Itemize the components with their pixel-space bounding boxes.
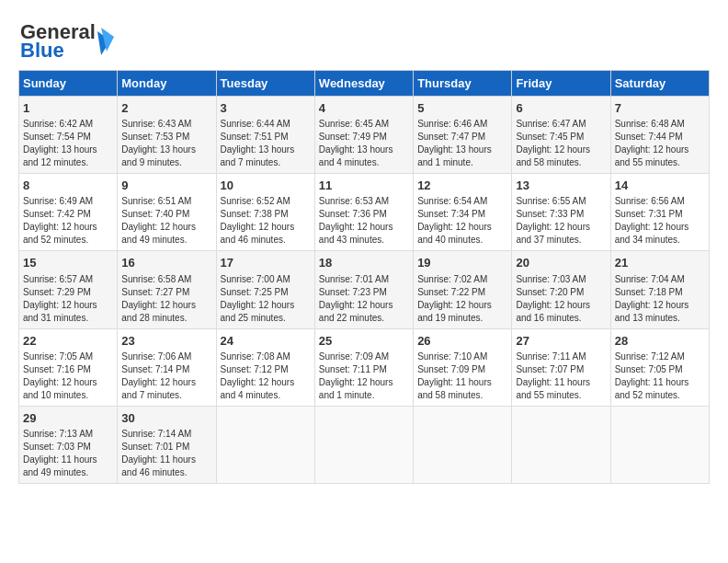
day-number: 24: [221, 333, 311, 350]
day-info: Sunrise: 6:53 AM Sunset: 7:36 PM Dayligh…: [319, 195, 409, 247]
calendar-cell: 6Sunrise: 6:47 AM Sunset: 7:45 PM Daylig…: [512, 97, 610, 174]
day-info: Sunrise: 6:52 AM Sunset: 7:38 PM Dayligh…: [221, 195, 311, 247]
day-info: Sunrise: 6:58 AM Sunset: 7:27 PM Dayligh…: [121, 273, 211, 325]
calendar-cell: 27Sunrise: 7:11 AM Sunset: 7:07 PM Dayli…: [512, 328, 610, 406]
day-info: Sunrise: 6:48 AM Sunset: 7:44 PM Dayligh…: [615, 118, 705, 169]
calendar-cell: 3Sunrise: 6:44 AM Sunset: 7:51 PM Daylig…: [216, 97, 314, 174]
day-number: 11: [319, 178, 409, 194]
calendar-cell: 22Sunrise: 7:05 AM Sunset: 7:16 PM Dayli…: [19, 328, 118, 406]
column-header-sunday: Sunday: [19, 71, 118, 97]
calendar-week-row: 15Sunrise: 6:57 AM Sunset: 7:29 PM Dayli…: [19, 251, 710, 328]
day-info: Sunrise: 7:14 AM Sunset: 7:01 PM Dayligh…: [121, 428, 211, 479]
calendar-cell: 29Sunrise: 7:13 AM Sunset: 7:03 PM Dayli…: [19, 406, 118, 483]
calendar-cell: [512, 406, 610, 483]
day-number: 9: [121, 178, 211, 194]
day-info: Sunrise: 7:01 AM Sunset: 7:23 PM Dayligh…: [319, 273, 409, 325]
calendar-cell: 1Sunrise: 6:42 AM Sunset: 7:54 PM Daylig…: [19, 97, 118, 174]
day-number: 12: [417, 178, 507, 194]
day-number: 27: [516, 333, 606, 350]
calendar-cell: [610, 406, 709, 483]
day-number: 15: [23, 255, 113, 271]
day-info: Sunrise: 6:55 AM Sunset: 7:33 PM Dayligh…: [516, 195, 606, 247]
calendar-cell: 13Sunrise: 6:55 AM Sunset: 7:33 PM Dayli…: [512, 174, 610, 251]
column-header-saturday: Saturday: [610, 71, 709, 97]
calendar-cell: 8Sunrise: 6:49 AM Sunset: 7:42 PM Daylig…: [19, 174, 118, 251]
day-number: 4: [319, 100, 409, 117]
day-number: 18: [319, 255, 409, 271]
day-number: 25: [319, 333, 409, 350]
day-number: 8: [23, 178, 113, 194]
calendar-cell: 30Sunrise: 7:14 AM Sunset: 7:01 PM Dayli…: [118, 406, 216, 483]
day-number: 13: [516, 178, 606, 194]
day-number: 26: [417, 333, 507, 350]
day-number: 7: [615, 100, 705, 117]
calendar-week-row: 8Sunrise: 6:49 AM Sunset: 7:42 PM Daylig…: [19, 174, 710, 251]
day-number: 3: [221, 100, 311, 117]
day-info: Sunrise: 7:10 AM Sunset: 7:09 PM Dayligh…: [417, 350, 507, 402]
calendar-cell: 5Sunrise: 6:46 AM Sunset: 7:47 PM Daylig…: [414, 97, 512, 174]
calendar-cell: 7Sunrise: 6:48 AM Sunset: 7:44 PM Daylig…: [610, 97, 709, 174]
day-info: Sunrise: 7:03 AM Sunset: 7:20 PM Dayligh…: [516, 273, 606, 325]
calendar-cell: 28Sunrise: 7:12 AM Sunset: 7:05 PM Dayli…: [610, 328, 709, 406]
calendar-cell: 18Sunrise: 7:01 AM Sunset: 7:23 PM Dayli…: [314, 251, 413, 328]
day-info: Sunrise: 7:11 AM Sunset: 7:07 PM Dayligh…: [516, 350, 606, 402]
calendar-cell: [314, 406, 413, 483]
page: General Blue SundayMondayTuesdayWednesda…: [0, 0, 728, 493]
calendar-week-row: 22Sunrise: 7:05 AM Sunset: 7:16 PM Dayli…: [19, 328, 710, 406]
calendar-body: 1Sunrise: 6:42 AM Sunset: 7:54 PM Daylig…: [19, 97, 710, 484]
day-number: 5: [417, 100, 507, 117]
day-info: Sunrise: 6:49 AM Sunset: 7:42 PM Dayligh…: [23, 195, 113, 247]
day-number: 14: [615, 178, 705, 194]
day-info: Sunrise: 6:45 AM Sunset: 7:49 PM Dayligh…: [319, 118, 409, 169]
calendar-cell: 15Sunrise: 6:57 AM Sunset: 7:29 PM Dayli…: [19, 251, 118, 328]
calendar-cell: 21Sunrise: 7:04 AM Sunset: 7:18 PM Dayli…: [610, 251, 709, 328]
calendar-header-row: SundayMondayTuesdayWednesdayThursdayFrid…: [19, 71, 710, 97]
day-number: 29: [23, 410, 113, 427]
day-info: Sunrise: 6:46 AM Sunset: 7:47 PM Dayligh…: [417, 118, 507, 169]
calendar-cell: 9Sunrise: 6:51 AM Sunset: 7:40 PM Daylig…: [118, 174, 216, 251]
day-info: Sunrise: 6:44 AM Sunset: 7:51 PM Dayligh…: [221, 118, 311, 169]
calendar-cell: [216, 406, 314, 483]
day-number: 21: [615, 255, 705, 271]
column-header-thursday: Thursday: [414, 71, 512, 97]
day-info: Sunrise: 7:13 AM Sunset: 7:03 PM Dayligh…: [23, 428, 113, 479]
day-info: Sunrise: 6:47 AM Sunset: 7:45 PM Dayligh…: [516, 118, 606, 169]
day-number: 23: [121, 333, 211, 350]
day-info: Sunrise: 7:05 AM Sunset: 7:16 PM Dayligh…: [23, 350, 113, 402]
day-number: 20: [516, 255, 606, 271]
day-info: Sunrise: 6:57 AM Sunset: 7:29 PM Dayligh…: [23, 273, 113, 325]
calendar-cell: 25Sunrise: 7:09 AM Sunset: 7:11 PM Dayli…: [314, 328, 413, 406]
calendar-cell: 10Sunrise: 6:52 AM Sunset: 7:38 PM Dayli…: [216, 174, 314, 251]
day-info: Sunrise: 7:12 AM Sunset: 7:05 PM Dayligh…: [615, 350, 705, 402]
calendar-week-row: 1Sunrise: 6:42 AM Sunset: 7:54 PM Daylig…: [19, 97, 710, 174]
day-info: Sunrise: 6:43 AM Sunset: 7:53 PM Dayligh…: [121, 118, 211, 169]
calendar-cell: 11Sunrise: 6:53 AM Sunset: 7:36 PM Dayli…: [314, 174, 413, 251]
day-info: Sunrise: 6:56 AM Sunset: 7:31 PM Dayligh…: [615, 195, 705, 247]
calendar-cell: 24Sunrise: 7:08 AM Sunset: 7:12 PM Dayli…: [216, 328, 314, 406]
day-number: 6: [516, 100, 606, 117]
calendar-cell: 26Sunrise: 7:10 AM Sunset: 7:09 PM Dayli…: [414, 328, 512, 406]
calendar-cell: 2Sunrise: 6:43 AM Sunset: 7:53 PM Daylig…: [118, 97, 216, 174]
day-number: 2: [121, 100, 211, 117]
day-number: 10: [221, 178, 311, 194]
day-info: Sunrise: 7:02 AM Sunset: 7:22 PM Dayligh…: [417, 273, 507, 325]
column-header-tuesday: Tuesday: [216, 71, 314, 97]
day-number: 22: [23, 333, 113, 350]
column-header-monday: Monday: [118, 71, 216, 97]
column-header-wednesday: Wednesday: [314, 71, 413, 97]
logo: General Blue: [18, 15, 119, 61]
logo-svg: General Blue: [18, 15, 119, 61]
svg-text:Blue: Blue: [20, 39, 64, 61]
calendar-cell: 20Sunrise: 7:03 AM Sunset: 7:20 PM Dayli…: [512, 251, 610, 328]
day-number: 16: [121, 255, 211, 271]
calendar-cell: 17Sunrise: 7:00 AM Sunset: 7:25 PM Dayli…: [216, 251, 314, 328]
day-number: 1: [23, 100, 113, 117]
day-info: Sunrise: 6:42 AM Sunset: 7:54 PM Dayligh…: [23, 118, 113, 169]
day-info: Sunrise: 7:04 AM Sunset: 7:18 PM Dayligh…: [615, 273, 705, 325]
calendar-cell: 4Sunrise: 6:45 AM Sunset: 7:49 PM Daylig…: [314, 97, 413, 174]
calendar-cell: 23Sunrise: 7:06 AM Sunset: 7:14 PM Dayli…: [118, 328, 216, 406]
day-info: Sunrise: 7:00 AM Sunset: 7:25 PM Dayligh…: [221, 273, 311, 325]
day-info: Sunrise: 6:51 AM Sunset: 7:40 PM Dayligh…: [121, 195, 211, 247]
day-number: 30: [121, 410, 211, 427]
day-number: 19: [417, 255, 507, 271]
